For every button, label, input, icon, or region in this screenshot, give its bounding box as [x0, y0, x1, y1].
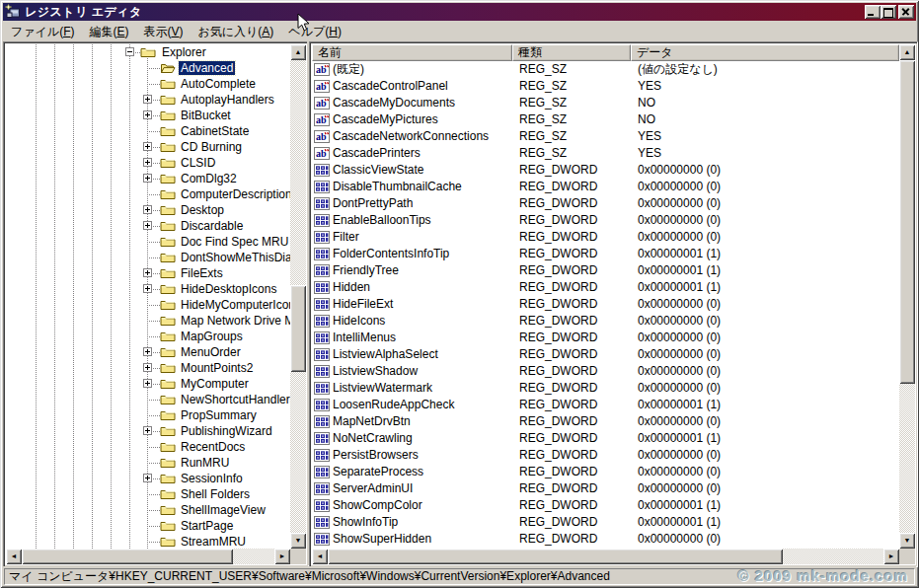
tree-node[interactable]: FileExts: [6, 265, 290, 281]
menu-item-edit[interactable]: 編集(E): [83, 23, 134, 41]
tree-node[interactable]: Map Network Drive MRU: [6, 313, 290, 329]
expand-toggle-minus[interactable]: [125, 47, 134, 56]
tree-node[interactable]: StartPage: [6, 518, 290, 534]
tree-node-label[interactable]: Explorer: [160, 45, 208, 59]
registry-value-row[interactable]: ShowInfoTipREG_DWORD0x00000001 (1): [312, 514, 899, 531]
tree-node-label[interactable]: MenuOrder: [179, 345, 243, 359]
tree-node-label-selected[interactable]: Advanced: [179, 61, 235, 75]
tree-node[interactable]: CLSID: [6, 155, 290, 171]
tree-node[interactable]: PropSummary: [6, 407, 290, 423]
list-horizontal-scrollbar[interactable]: ◄ ►: [312, 549, 899, 564]
scrollbar-thumb[interactable]: [290, 285, 306, 372]
registry-value-row[interactable]: ShowSuperHiddenREG_DWORD0x00000000 (0): [312, 531, 899, 548]
tree-node[interactable]: PublishingWizard: [6, 423, 290, 439]
tree-node-label[interactable]: RunMRU: [179, 456, 231, 470]
tree-node-label[interactable]: AutoComplete: [179, 77, 258, 91]
tree-node[interactable]: AutoplayHandlers: [6, 92, 290, 108]
registry-value-row[interactable]: ClassicViewStateREG_DWORD0x00000000 (0): [312, 162, 899, 179]
tree-node[interactable]: RecentDocs: [6, 439, 290, 455]
tree-node[interactable]: SessionInfo: [6, 471, 290, 486]
expand-toggle-plus[interactable]: [143, 221, 152, 230]
expand-toggle-plus[interactable]: [143, 474, 152, 482]
registry-value-row[interactable]: ServerAdminUIREG_DWORD0x00000000 (0): [312, 480, 899, 497]
tree-node[interactable]: ComDlg32: [6, 171, 290, 186]
tree-node-label[interactable]: DontShowMeThisDialogAgain: [179, 251, 290, 264]
tree-node-label[interactable]: Desktop: [179, 203, 226, 217]
menu-item-view[interactable]: 表示(V): [137, 23, 189, 41]
tree-node[interactable]: MyComputer: [6, 376, 290, 392]
list-vertical-scrollbar[interactable]: ▲ ▼: [899, 44, 915, 549]
tree-node[interactable]: CabinetState: [6, 123, 290, 139]
registry-value-row[interactable]: NoNetCrawlingREG_DWORD0x00000001 (1): [312, 430, 899, 447]
tree-node-label[interactable]: Discardable: [179, 219, 245, 233]
registry-value-row[interactable]: abCascadeControlPanelREG_SZYES: [312, 78, 899, 95]
scroll-down-button[interactable]: ▼: [899, 533, 915, 549]
expand-toggle-plus[interactable]: [143, 347, 152, 356]
registry-value-row[interactable]: HideIconsREG_DWORD0x00000000 (0): [312, 313, 899, 330]
tree-node[interactable]: Explorer: [6, 44, 290, 60]
registry-value-row[interactable]: ab(既定)REG_SZ(値の設定なし): [312, 61, 899, 78]
registry-value-row[interactable]: HiddenREG_DWORD0x00000001 (1): [312, 279, 899, 296]
registry-value-row[interactable]: PersistBrowsersREG_DWORD0x00000000 (0): [312, 447, 899, 464]
registry-value-row[interactable]: FriendlyTreeREG_DWORD0x00000001 (1): [312, 262, 899, 279]
tree-node[interactable]: MapGroups: [6, 329, 290, 344]
registry-value-row[interactable]: DontPrettyPathREG_DWORD0x00000000 (0): [312, 195, 899, 212]
registry-value-row[interactable]: FolderContentsInfoTipREG_DWORD0x00000001…: [312, 246, 899, 262]
tree-node[interactable]: Desktop: [6, 202, 290, 218]
registry-value-row[interactable]: HideFileExtREG_DWORD0x00000000 (0): [312, 296, 899, 313]
registry-value-row[interactable]: MapNetDrvBtnREG_DWORD0x00000000 (0): [312, 413, 899, 430]
registry-value-row[interactable]: ListviewWatermarkREG_DWORD0x00000000 (0): [312, 380, 899, 397]
tree-node[interactable]: NewShortcutHandlers: [6, 392, 290, 407]
title-bar[interactable]: レジストリ エディタ: [3, 3, 916, 21]
registry-value-row[interactable]: EnableBalloonTipsREG_DWORD0x00000000 (0): [312, 212, 899, 229]
tree-node[interactable]: HideDesktopIcons: [6, 281, 290, 297]
tree-node[interactable]: AutoComplete: [6, 76, 290, 92]
scrollbar-thumb[interactable]: [22, 549, 233, 564]
menu-item-help[interactable]: ヘルプ(H): [282, 23, 347, 41]
registry-value-row[interactable]: abCascadePrintersREG_SZYES: [312, 145, 899, 162]
tree-node-label[interactable]: AutoplayHandlers: [179, 93, 276, 107]
expand-toggle-plus[interactable]: [143, 426, 152, 435]
tree-node[interactable]: Discardable: [6, 218, 290, 234]
tree-node-label[interactable]: HideDesktopIcons: [179, 282, 278, 296]
close-button[interactable]: [898, 5, 914, 19]
tree-node[interactable]: Advanced: [6, 60, 290, 76]
tree-node-label[interactable]: ComDlg32: [179, 172, 239, 185]
tree-node[interactable]: BitBucket: [6, 108, 290, 123]
tree-node[interactable]: StreamMRU: [6, 534, 290, 549]
tree-node-label[interactable]: ComputerDescriptions: [179, 187, 290, 201]
tree-node[interactable]: CD Burning: [6, 139, 290, 155]
scroll-left-button[interactable]: ◄: [312, 549, 328, 564]
tree-node-label[interactable]: BitBucket: [179, 109, 233, 122]
registry-value-row[interactable]: ShowCompColorREG_DWORD0x00000001 (1): [312, 497, 899, 514]
tree-node-label[interactable]: CLSID: [179, 156, 217, 170]
column-header-type[interactable]: 種類: [512, 44, 631, 61]
menu-item-file[interactable]: ファイル(F): [5, 23, 80, 41]
tree-node-label[interactable]: FileExts: [179, 266, 225, 280]
scroll-up-button[interactable]: ▲: [290, 44, 306, 60]
expand-toggle-plus[interactable]: [143, 363, 152, 372]
tree-node-label[interactable]: PropSummary: [179, 408, 259, 422]
tree-node[interactable]: DontShowMeThisDialogAgain: [6, 250, 290, 265]
tree-vertical-scrollbar[interactable]: ▲ ▼: [290, 44, 306, 549]
registry-value-row[interactable]: FilterREG_DWORD0x00000000 (0): [312, 229, 899, 246]
scroll-up-button[interactable]: ▲: [899, 44, 915, 60]
tree-node[interactable]: HideMyComputerIcons: [6, 297, 290, 313]
registry-value-row[interactable]: ListviewShadowREG_DWORD0x00000000 (0): [312, 363, 899, 380]
maximize-button[interactable]: [881, 5, 896, 19]
scroll-down-button[interactable]: ▼: [290, 533, 306, 549]
column-header-data[interactable]: データ: [631, 44, 899, 61]
tree-node-label[interactable]: StartPage: [179, 519, 235, 533]
scrollbar-thumb[interactable]: [328, 549, 783, 564]
registry-value-row[interactable]: abCascadeNetworkConnectionsREG_SZYES: [312, 128, 899, 145]
scroll-right-button[interactable]: ►: [274, 549, 290, 564]
tree-node-label[interactable]: CabinetState: [179, 124, 251, 138]
registry-value-row[interactable]: abCascadeMyDocumentsREG_SZNO: [312, 95, 899, 111]
registry-value-row[interactable]: LoosenRudeAppCheckREG_DWORD0x00000001 (1…: [312, 397, 899, 413]
tree-node-label[interactable]: RecentDocs: [179, 440, 247, 454]
tree-node-label[interactable]: MountPoints2: [179, 361, 255, 375]
scroll-right-button[interactable]: ►: [883, 549, 899, 564]
tree-node-label[interactable]: CD Burning: [179, 140, 244, 154]
tree-node-label[interactable]: HideMyComputerIcons: [179, 298, 290, 312]
tree-node[interactable]: MenuOrder: [6, 344, 290, 360]
